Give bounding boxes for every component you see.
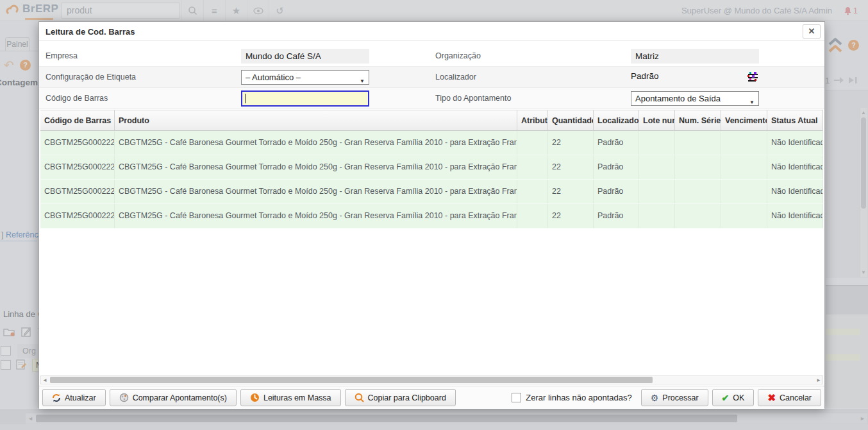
locator-lookup-icon[interactable] <box>747 72 758 83</box>
comparar-apontamentos-button[interactable]: Comparar Apontamento(s) <box>110 389 237 406</box>
form-row-empresa: Empresa Mundo do Café S/A Organização Ma… <box>39 46 824 67</box>
table-scroll-right-arrow[interactable]: ► <box>816 377 821 383</box>
column-header[interactable]: Localizador <box>594 110 639 131</box>
compare-icon <box>119 393 129 402</box>
barcode-reader-dialog: Leitura de Cod. Barras ✕ Empresa Mundo d… <box>38 21 825 408</box>
cell-quantidade: 22 <box>548 204 594 228</box>
cell-localizador: Padrão <box>594 131 639 155</box>
dialog-footer: Atualizar Comparar Apontamento(s) Leitur… <box>39 386 824 409</box>
cell-lote <box>639 204 675 228</box>
gear-icon: ⚙ <box>651 393 659 403</box>
cell-status: Não Identificado <box>767 204 823 228</box>
column-header[interactable]: Vencimento <box>721 110 767 131</box>
form-row-etiqueta: Configuração de Etiqueta – Automático –▼… <box>39 67 824 88</box>
zerar-checkbox[interactable] <box>512 393 521 402</box>
organizacao-field: Matriz <box>631 49 759 64</box>
dropdown-arrow-icon: ▼ <box>360 74 365 88</box>
cell-codigo: CBGTM25G000222 <box>40 204 115 228</box>
cell-codigo: CBGTM25G000222 <box>40 131 115 155</box>
ok-button[interactable]: ✔ OK <box>712 389 755 406</box>
text-caret <box>245 94 246 103</box>
cell-status: Não Identificado <box>767 155 823 179</box>
cell-atributo <box>517 131 548 155</box>
column-header[interactable]: Quantidade <box>548 110 594 131</box>
cell-status: Não Identificado <box>767 131 823 155</box>
cell-localizador: Padrão <box>594 204 639 228</box>
cell-atributo <box>517 204 548 228</box>
cancelar-button[interactable]: ✖ Cancelar <box>758 389 821 406</box>
localizador-label: Localizador <box>435 73 476 82</box>
cell-serie <box>675 204 721 228</box>
cell-serie <box>675 131 721 155</box>
table-scroll-thumb[interactable] <box>50 377 653 383</box>
mass-reading-icon <box>250 393 260 402</box>
cell-serie <box>675 155 721 179</box>
column-header[interactable]: Atributo <box>517 110 548 131</box>
table-scroll-left-arrow[interactable]: ◄ <box>42 377 47 383</box>
empresa-label: Empresa <box>46 51 78 60</box>
cell-localizador: Padrão <box>594 155 639 179</box>
magnifier-icon <box>355 393 364 402</box>
column-header[interactable]: Num. Série <box>675 110 721 131</box>
column-header[interactable]: Lote num. <box>639 110 675 131</box>
tipo-apontamento-select[interactable]: Apontamento de Saída▼ <box>631 91 759 106</box>
table-row[interactable]: CBGTM25G000222CBGTM25G - Café Baronesa G… <box>40 180 823 204</box>
dialog-titlebar: Leitura de Cod. Barras ✕ <box>39 22 824 41</box>
copiar-clipboard-button[interactable]: Copiar para Clipboard <box>345 389 456 406</box>
table-body: CBGTM25G000222CBGTM25G - Café Baronesa G… <box>40 131 823 375</box>
cell-status: Não Identificado <box>767 180 823 203</box>
localizador-value: Padrão <box>631 71 659 81</box>
cell-produto: CBGTM25G - Café Baronesa Gourmet Torrado… <box>115 204 517 228</box>
refresh-icon <box>52 393 61 402</box>
config-etiqueta-value: – Automático – <box>246 73 301 82</box>
cell-quantidade: 22 <box>548 131 594 155</box>
cell-codigo: CBGTM25G000222 <box>40 155 115 179</box>
comparar-label: Comparar Apontamento(s) <box>133 393 227 402</box>
column-header[interactable]: Status Atual <box>767 110 823 131</box>
cell-lote <box>639 155 675 179</box>
copiar-label: Copiar para Clipboard <box>368 393 446 402</box>
check-icon: ✔ <box>722 393 730 403</box>
processar-label: Processar <box>662 393 698 402</box>
cell-quantidade: 22 <box>548 155 594 179</box>
table-header: Código de BarrasProdutoAtributoQuantidad… <box>40 110 823 131</box>
table-row[interactable]: CBGTM25G000222CBGTM25G - Café Baronesa G… <box>40 131 823 155</box>
form-row-codigo: Código de Barras Tipo do Apontamento Apo… <box>39 88 824 109</box>
cell-vencimento <box>721 131 767 155</box>
processar-button[interactable]: ⚙ Processar <box>641 389 708 406</box>
cell-localizador: Padrão <box>594 180 639 203</box>
cell-codigo: CBGTM25G000222 <box>40 180 115 203</box>
cell-produto: CBGTM25G - Café Baronesa Gourmet Torrado… <box>115 131 517 155</box>
organizacao-label: Organização <box>435 51 481 60</box>
table-row[interactable]: CBGTM25G000222CBGTM25G - Café Baronesa G… <box>40 155 823 180</box>
cell-atributo <box>517 180 548 203</box>
dropdown-arrow-icon: ▼ <box>749 96 755 109</box>
ok-label: OK <box>733 393 744 402</box>
cancelar-label: Cancelar <box>780 393 812 402</box>
table-row[interactable]: CBGTM25G000222CBGTM25G - Café Baronesa G… <box>40 204 823 228</box>
cell-vencimento <box>721 204 767 228</box>
cell-vencimento <box>721 155 767 179</box>
table-horizontal-scrollbar[interactable]: ◄ ► <box>40 375 823 384</box>
config-etiqueta-label: Configuração de Etiqueta <box>46 73 136 82</box>
cell-produto: CBGTM25G - Café Baronesa Gourmet Torrado… <box>115 155 517 179</box>
close-icon[interactable]: ✕ <box>803 24 821 39</box>
column-header[interactable]: Produto <box>115 110 517 131</box>
dialog-title: Leitura de Cod. Barras <box>46 27 135 37</box>
cell-lote <box>639 180 675 203</box>
atualizar-button[interactable]: Atualizar <box>42 389 106 406</box>
atualizar-label: Atualizar <box>65 393 96 402</box>
tipo-apontamento-label: Tipo do Apontamento <box>435 94 511 103</box>
leituras-label: Leituras em Massa <box>263 393 331 402</box>
cell-produto: CBGTM25G - Café Baronesa Gourmet Torrado… <box>115 180 517 203</box>
leituras-em-massa-button[interactable]: Leituras em Massa <box>240 389 341 406</box>
zerar-checkbox-label: Zerar linhas não apontadas? <box>526 393 632 402</box>
column-header[interactable]: Código de Barras <box>40 110 115 131</box>
cell-atributo <box>517 155 548 179</box>
cell-quantidade: 22 <box>548 180 594 203</box>
cancel-x-icon: ✖ <box>767 392 776 404</box>
tipo-apontamento-value: Apontamento de Saída <box>635 94 721 103</box>
codigo-barras-input[interactable] <box>241 90 369 107</box>
cell-lote <box>639 131 675 155</box>
config-etiqueta-select[interactable]: – Automático –▼ <box>241 70 369 85</box>
